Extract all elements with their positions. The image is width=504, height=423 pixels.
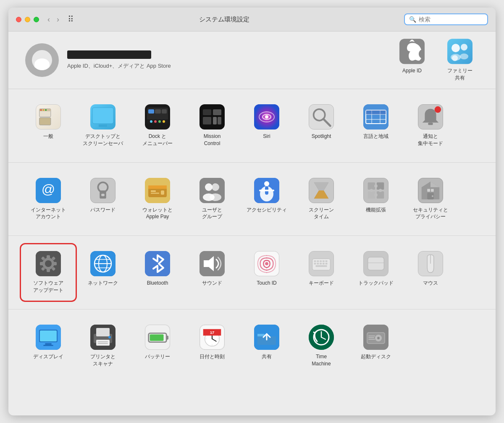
svg-point-164	[377, 337, 380, 339]
svg-point-21	[158, 120, 161, 123]
pref-display[interactable]: ディスプレイ	[21, 318, 76, 374]
svg-rect-120	[323, 263, 325, 264]
pref-startup[interactable]: 起動ディスク	[349, 318, 403, 374]
content-area: Apple ID、iCloud+、メディアと App Store Apple I…	[8, 32, 496, 415]
grid-section-4: ディスプレイ	[8, 309, 496, 383]
mission-label: MissionControl	[204, 133, 221, 147]
pref-wallet[interactable]: ウォレットとApple Pay	[130, 171, 185, 227]
avatar	[25, 43, 59, 77]
pref-sound[interactable]: サウンド	[185, 244, 239, 301]
display-icon	[36, 325, 61, 350]
svg-point-85	[432, 195, 433, 197]
pref-printer[interactable]: プリンタとスキャナ	[76, 318, 130, 374]
pref-softwareupdate[interactable]: ソフトウェアアップデート	[21, 244, 76, 301]
icon-grid-4: ディスプレイ	[21, 318, 483, 374]
network-svg	[90, 251, 116, 276]
language-icon	[363, 104, 388, 130]
keyboard-svg	[309, 251, 333, 276]
touchid-label: Touch ID	[257, 280, 276, 287]
minimize-button[interactable]	[25, 17, 30, 22]
search-input[interactable]	[419, 16, 482, 23]
general-icon	[36, 104, 61, 130]
profile-info: Apple ID、iCloud+、メディアと App Store	[67, 50, 171, 70]
close-button[interactable]	[16, 17, 21, 22]
svg-rect-44	[428, 123, 433, 125]
icon-grid-3: ソフトウェアアップデート ネットワーク	[21, 244, 483, 301]
mouse-icon	[418, 251, 443, 276]
extensions-svg	[364, 178, 388, 203]
svg-point-109	[265, 262, 268, 265]
svg-rect-143	[150, 334, 164, 341]
pref-accessibility[interactable]: アクセシビリティ	[239, 171, 294, 227]
pref-security[interactable]: セキュリティとプライバシー	[403, 171, 458, 227]
pref-spotlight[interactable]: Spotlight	[294, 98, 349, 154]
svg-point-9	[45, 109, 47, 111]
pref-sharing[interactable]: 共有	[239, 318, 294, 374]
svg-rect-86	[427, 189, 430, 192]
pref-dock[interactable]: Dock とメニューバー	[130, 98, 185, 154]
desktop-label: デスクトップとスクリーンセーバ	[83, 133, 123, 147]
svg-point-78	[370, 189, 373, 192]
svg-rect-122	[315, 265, 327, 267]
pref-network[interactable]: ネットワーク	[76, 244, 130, 301]
accessibility-icon	[254, 178, 279, 203]
svg-rect-142	[166, 336, 168, 340]
search-box[interactable]: 🔍	[404, 13, 488, 25]
svg-point-0	[452, 44, 460, 52]
pref-datetime[interactable]: 17 日付と時刻	[185, 318, 239, 374]
svg-rect-36	[363, 104, 388, 130]
pref-mission[interactable]: MissionControl	[185, 98, 239, 154]
svg-rect-76	[377, 191, 384, 198]
appleid-icon-item[interactable]: Apple ID	[393, 32, 431, 81]
pref-language[interactable]: 言語と地域	[349, 98, 403, 154]
grid-section-2: @ インターネットアカウント パスワード	[8, 163, 496, 236]
pref-timemachine[interactable]: TimeMachine	[294, 318, 349, 374]
svg-rect-56	[151, 193, 159, 194]
pref-siri[interactable]: Siri	[239, 98, 294, 154]
svg-rect-166	[368, 337, 374, 338]
battery-icon	[145, 325, 170, 350]
pref-mouse[interactable]: マウス	[403, 244, 458, 301]
family-label: ファミリー共有	[447, 67, 472, 82]
pref-password[interactable]: パスワード	[76, 171, 130, 227]
bluetooth-icon	[145, 251, 170, 276]
family-icon-item[interactable]: ファミリー共有	[441, 32, 479, 88]
pref-battery[interactable]: バッテリー	[130, 318, 185, 374]
svg-rect-130	[40, 330, 57, 341]
pref-bluetooth[interactable]: Bluetooth	[130, 244, 185, 301]
pref-touchid[interactable]: Touch ID	[239, 244, 294, 301]
touchid-svg	[255, 251, 279, 276]
pref-internet[interactable]: @ インターネットアカウント	[21, 171, 76, 227]
svg-text:@: @	[42, 182, 55, 197]
svg-rect-92	[47, 269, 50, 272]
notification-icon	[418, 104, 443, 130]
spotlight-label: Spotlight	[312, 133, 331, 140]
maximize-button[interactable]	[34, 17, 39, 22]
svg-point-60	[212, 183, 219, 191]
pref-desktop[interactable]: デスクトップとスクリーンセーバ	[76, 98, 130, 154]
svg-point-32	[265, 115, 268, 119]
startup-icon	[363, 325, 388, 350]
pref-notification[interactable]: 通知と集中モード	[403, 98, 458, 154]
svg-rect-115	[323, 260, 325, 262]
pref-extensions[interactable]: 機能拡張	[349, 171, 403, 227]
svg-rect-114	[320, 260, 322, 262]
avatar-body	[34, 58, 50, 70]
pref-keyboard[interactable]: キーボード	[294, 244, 349, 301]
pref-users[interactable]: ユーザとグループ	[185, 171, 239, 227]
svg-point-8	[42, 109, 44, 111]
svg-rect-131	[45, 343, 52, 345]
svg-rect-138	[98, 343, 108, 344]
pref-general[interactable]: 一般	[21, 98, 76, 154]
svg-rect-11	[92, 108, 113, 124]
notification-svg	[418, 105, 443, 129]
svg-rect-10	[39, 118, 51, 125]
pref-screentime[interactable]: スクリーンタイム	[294, 171, 349, 227]
battery-svg	[145, 325, 170, 349]
dock-svg	[145, 104, 170, 130]
svg-rect-116	[326, 260, 328, 262]
svg-rect-73	[368, 182, 375, 189]
pref-trackpad[interactable]: トラックパッド	[349, 244, 403, 301]
trackpad-svg	[364, 251, 388, 276]
svg-rect-117	[314, 263, 316, 264]
